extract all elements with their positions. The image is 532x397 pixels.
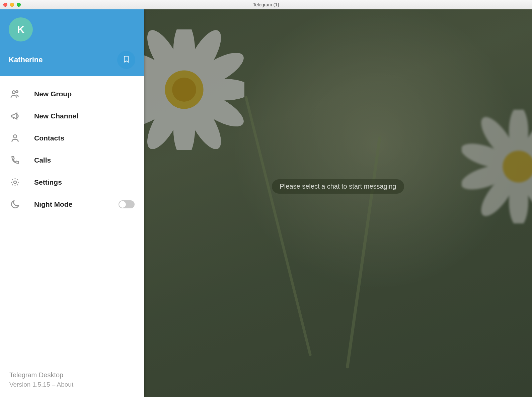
night-mode-toggle[interactable] [119, 200, 135, 208]
bookmark-icon [122, 55, 130, 65]
drawer-footer: Telegram Desktop Version 1.5.15 – About [0, 364, 144, 397]
saved-messages-button[interactable] [117, 51, 135, 69]
menu-drawer: K Katherine New Group [0, 9, 144, 397]
moon-icon [9, 199, 21, 210]
menu-label: Night Mode [34, 200, 105, 208]
menu-label: New Channel [34, 112, 135, 120]
avatar-initial: K [17, 24, 24, 35]
menu-label: Calls [34, 156, 135, 164]
avatar[interactable]: K [9, 17, 33, 41]
window-close-button[interactable] [3, 3, 7, 7]
svg-point-1 [16, 91, 18, 93]
drawer-menu: New Group New Channel Contacts Calls [0, 76, 144, 364]
menu-label: Contacts [34, 134, 135, 142]
phone-icon [9, 155, 21, 166]
window-controls [0, 3, 21, 7]
menu-item-night-mode[interactable]: Night Mode [0, 193, 144, 215]
chat-area: Please select a chat to start messaging [144, 9, 532, 397]
megaphone-icon [9, 110, 21, 122]
menu-item-settings[interactable]: Settings [0, 171, 144, 193]
svg-point-3 [14, 181, 16, 184]
person-icon [9, 132, 21, 144]
svg-point-2 [13, 135, 16, 138]
svg-point-0 [12, 91, 15, 94]
window-minimize-button[interactable] [10, 3, 14, 7]
app-name-label: Telegram Desktop [9, 371, 135, 379]
drawer-header: K Katherine [0, 9, 144, 76]
menu-item-contacts[interactable]: Contacts [0, 127, 144, 149]
menu-item-calls[interactable]: Calls [0, 149, 144, 171]
version-about-link[interactable]: Version 1.5.15 – About [9, 381, 135, 388]
window-title: Telegram (1) [0, 2, 532, 7]
empty-chat-placeholder: Please select a chat to start messaging [272, 179, 404, 194]
menu-item-new-channel[interactable]: New Channel [0, 105, 144, 127]
gear-icon [9, 177, 21, 188]
window-maximize-button[interactable] [17, 3, 21, 7]
username-label[interactable]: Katherine [9, 56, 43, 64]
window-titlebar: Telegram (1) [0, 0, 532, 9]
menu-label: Settings [34, 178, 135, 186]
background-dim-overlay [144, 9, 532, 397]
menu-label: New Group [34, 90, 135, 98]
group-icon [9, 88, 21, 100]
menu-item-new-group[interactable]: New Group [0, 83, 144, 105]
